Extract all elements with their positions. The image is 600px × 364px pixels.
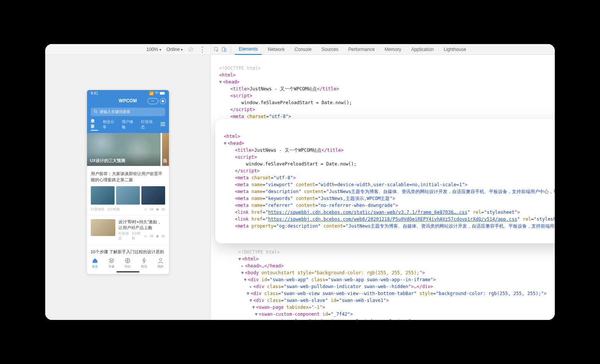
app-bar: WPCOM ···: [87, 97, 169, 105]
search-bar: 请输入关键词搜索: [87, 105, 169, 118]
svg-point-10: [159, 258, 162, 261]
elements-panel[interactable]: <!DOCTYPE html> <html> ▼<head> <title>Ju…: [211, 55, 555, 320]
status-bar: 9:41 📶: [87, 90, 169, 97]
thumbnail: [91, 219, 115, 236]
nav-news[interactable]: 快讯: [136, 256, 152, 270]
hero-title: UX设计的三大预测: [90, 158, 125, 164]
home-icon: [92, 257, 98, 264]
nav-label: 专题: [108, 264, 115, 269]
home-indicator: [87, 270, 169, 274]
nav-label: 快讯: [141, 264, 147, 269]
hero-slide-main[interactable]: UX设计的三大预测: [87, 133, 161, 166]
app-title: WPCOM: [119, 98, 137, 103]
battery-icon: [160, 91, 165, 95]
search-icon: [94, 110, 98, 114]
user-icon: [157, 257, 164, 264]
hero-carousel[interactable]: UX设计的三大预测 当: [87, 133, 169, 166]
tabs-bar: 最新 创业分享 用户体验 行业动态: [87, 118, 169, 133]
hero-slide-next[interactable]: 当: [162, 133, 169, 166]
tab-industry[interactable]: 行业动态: [141, 119, 156, 130]
views-count: 2k: [161, 234, 165, 238]
post-card[interactable]: 10个步骤 了解新手入门过程的设计原则: [87, 245, 169, 256]
tab-sources[interactable]: Sources: [318, 44, 342, 55]
tab-latest[interactable]: 最新: [91, 118, 98, 131]
dom-tree-nested[interactable]: <!DOCTYPE html> ▼<html> ▸<head>…</head> …: [211, 239, 555, 320]
preview-pane: 100% Online ⋮ 9:41 📶 WPCOM: [45, 44, 211, 320]
wifi-icon: [155, 91, 159, 95]
tab-console[interactable]: Console: [291, 44, 315, 55]
thumbnail: [116, 186, 140, 205]
miniapp-menu-icon[interactable]: ···: [148, 98, 158, 104]
thumbnail: [141, 186, 165, 205]
tab-ux[interactable]: 用户体验: [122, 119, 136, 130]
post-title: 设计“即时+持久”激励，让用户对产品上瘾: [118, 219, 165, 231]
tab-startup[interactable]: 创业分享: [103, 119, 117, 130]
post-category: 行业动态: [118, 231, 129, 241]
post-thumbnails: [91, 186, 165, 205]
views-icon: ◉: [156, 207, 159, 211]
phone-frame: 9:41 📶 WPCOM ···: [87, 90, 169, 274]
devtools-window: 100% Online ⋮ 9:41 📶 WPCOM: [45, 44, 555, 320]
post-card[interactable]: 设计“即时+持久”激励，让用户对产品上瘾 行业动态 3小时前 ▭56 ◉2k: [87, 215, 169, 245]
status-time: 9:41: [91, 91, 98, 95]
devtools-pane: Elements Network Console Sources Perform…: [211, 44, 555, 320]
post-card[interactable]: 用户留存：大家谈谈那些让用户欲罢不能的心理套路之第二篇 行业动态 3小时前 ▭5…: [87, 166, 169, 215]
svg-point-4: [94, 110, 97, 112]
zoom-select[interactable]: 100%: [146, 47, 161, 52]
globe-icon: [125, 257, 131, 264]
svg-line-1: [190, 48, 192, 51]
bottom-nav: 首页 专题 动态 快讯 我的: [87, 256, 169, 270]
comment-count: 56: [150, 234, 154, 238]
post-title: 用户留存：大家谈谈那些让用户欲罢不能的心理套路之第二篇: [91, 171, 165, 183]
nav-label: 首页: [92, 264, 98, 269]
thumbnail: [91, 186, 115, 205]
tab-application[interactable]: Application: [407, 44, 438, 55]
nav-label: 动态: [125, 264, 131, 269]
preview-toolbar: 100% Online ⋮: [45, 44, 210, 55]
search-input[interactable]: 请输入关键词搜索: [91, 108, 165, 116]
layers-icon: [108, 257, 115, 264]
tab-memory[interactable]: Memory: [381, 44, 405, 55]
search-placeholder: 请输入关键词搜索: [100, 109, 130, 115]
no-throttle-icon[interactable]: [188, 47, 193, 52]
post-time: 3小时前: [108, 207, 120, 212]
preview-surface: 9:41 📶 WPCOM ···: [45, 55, 210, 320]
post-meta: 行业动态 3小时前 ▭56 ◉2k: [91, 207, 165, 212]
flash-icon: [141, 257, 147, 264]
dom-tree-popover: <html> ▼<head> <title>JustNews - 又一个WPCO…: [215, 119, 555, 243]
hero-next-title: 当: [163, 158, 167, 164]
views-icon: ◉: [156, 234, 159, 238]
svg-rect-3: [164, 93, 165, 94]
nav-activity[interactable]: 动态: [120, 256, 136, 270]
svg-line-5: [96, 112, 97, 113]
comment-count: 56: [150, 207, 154, 211]
hamburger-icon[interactable]: [161, 122, 165, 127]
network-select[interactable]: Online: [167, 47, 183, 52]
devtools-toolbar: Elements Network Console Sources Perform…: [211, 44, 555, 55]
tab-performance[interactable]: Performance: [344, 44, 379, 55]
tab-network[interactable]: Network: [264, 44, 289, 55]
post-category: 行业动态: [91, 207, 105, 212]
nav-topic[interactable]: 专题: [103, 256, 120, 270]
inspect-icon[interactable]: [214, 47, 219, 52]
nav-label: 我的: [157, 264, 164, 269]
post-time: 3小时前: [132, 231, 141, 241]
tab-lighthouse[interactable]: Lighthouse: [440, 44, 470, 55]
tab-elements[interactable]: Elements: [235, 44, 262, 55]
svg-rect-2: [160, 92, 164, 95]
comment-icon: ▭: [144, 234, 148, 238]
views-count: 2k: [161, 207, 165, 211]
miniapp-close-icon[interactable]: [160, 98, 166, 104]
nav-home[interactable]: 首页: [87, 256, 103, 270]
post-meta: 行业动态 3小时前 ▭56 ◉2k: [118, 231, 165, 241]
signal-icon: 📶: [149, 91, 154, 95]
comment-icon: ▭: [144, 207, 148, 211]
nav-me[interactable]: 我的: [152, 256, 169, 270]
device-mode-icon[interactable]: [221, 47, 227, 52]
